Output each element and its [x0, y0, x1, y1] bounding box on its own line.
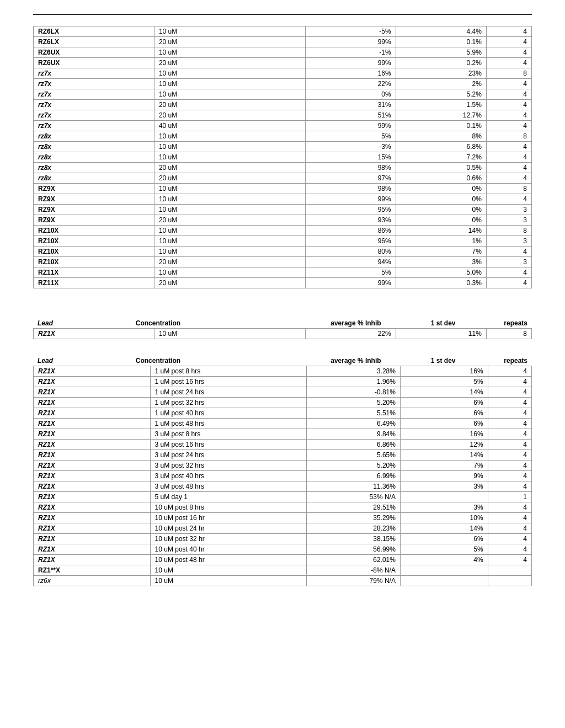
lead-cell: rz6x [34, 576, 151, 586]
conc-cell: 10 uM [154, 47, 305, 58]
table-row: RZ1X1 uM post 16 hrs1.96%5%4 [34, 377, 532, 387]
avg-cell: 3.28% [306, 366, 400, 377]
rep-cell: 4 [486, 121, 531, 131]
conc-cell: 10 uM post 16 hr [150, 513, 306, 523]
avg-cell: 53% N/A [306, 492, 400, 502]
table-row: RZ9X10 uM99%0%4 [34, 194, 532, 205]
rep-cell: 4 [488, 408, 531, 419]
conc-cell: 1 uM post 48 hrs [150, 419, 306, 429]
lead-cell: rz7x [34, 79, 154, 89]
avg-cell: 28.23% [306, 523, 400, 534]
rep-cell: 8 [486, 131, 531, 142]
lead-cell: RZ1X [34, 471, 151, 481]
avg-cell: 99% [305, 278, 396, 288]
conc-cell: 20 uM [154, 163, 305, 173]
avg-cell: 1.96% [306, 377, 400, 387]
dev-cell: 1.5% [396, 100, 486, 110]
avg-cell: 0% [305, 89, 396, 100]
dev-cell: 3% [396, 257, 486, 267]
avg-cell: 95% [305, 205, 396, 215]
lead-cell: RZ1X [34, 492, 151, 502]
dev-cell: 2% [396, 79, 486, 89]
avg-cell: 99% [305, 58, 396, 68]
dev-cell: 0.1% [396, 121, 486, 131]
table-row: RZ1X10 uM22%11%8 [34, 329, 532, 339]
conc-cell: 10 uM [154, 267, 305, 278]
col-header-lead: Lead [33, 356, 131, 366]
avg-cell: 99% [305, 37, 396, 47]
conc-cell: 10 uM [154, 247, 305, 257]
conc-cell: 10 uM post 24 hr [150, 523, 306, 534]
conc-cell: 20 uM [154, 173, 305, 184]
lead-cell: RZ1X [34, 387, 151, 398]
conc-cell: 10 uM post 8 hrs [150, 502, 306, 513]
conc-cell: 10 uM [150, 576, 306, 586]
rep-cell: 4 [488, 544, 531, 555]
rep-cell: 4 [486, 47, 531, 58]
col-header-rep: repeats [460, 356, 532, 366]
table-row: rz8x10 uM-3%6.8%4 [34, 142, 532, 152]
avg-cell: 31% [305, 100, 396, 110]
table-row: RZ1**X10 uM-8% N/A [34, 565, 532, 576]
conc-cell: 20 uM [154, 100, 305, 110]
conc-cell: 5 uM day 1 [150, 492, 306, 502]
conc-cell: 1 uM post 24 hrs [150, 387, 306, 398]
table-row: RZ10X20 uM94%3%3 [34, 257, 532, 267]
rep-cell: 3 [486, 236, 531, 247]
conc-cell: 3 uM post 24 hrs [150, 450, 306, 461]
table-row: rz8x20 uM97%0.6%4 [34, 173, 532, 184]
rep-cell: 4 [488, 440, 531, 450]
avg-cell: 5.20% [306, 461, 400, 471]
avg-cell: 86% [305, 226, 396, 236]
col-header-avg: average % Inhib [254, 318, 386, 328]
conc-cell: 10 uM [154, 194, 305, 205]
rep-cell: 4 [486, 278, 531, 288]
dev-cell: 0.1% [396, 37, 486, 47]
rep-cell: 4 [488, 555, 531, 565]
conc-cell: 10 uM [154, 26, 305, 37]
rep-cell: 4 [488, 377, 531, 387]
rep-cell: 4 [488, 513, 531, 523]
avg-cell: 98% [305, 163, 396, 173]
rep-cell: 4 [488, 398, 531, 408]
lead-cell: RZ6UX [34, 58, 154, 68]
lead-cell: RZ1X [34, 523, 151, 534]
avg-cell: 22% [305, 79, 396, 89]
rep-cell: 4 [488, 523, 531, 534]
table-row: RZ9X20 uM93%0%3 [34, 215, 532, 226]
lead-cell: RZ11X [34, 267, 154, 278]
avg-cell: -5% [305, 26, 396, 37]
lead-cell: RZ1X [34, 481, 151, 492]
dev-cell: 8% [396, 131, 486, 142]
table3-container: LeadConcentrationaverage % Inhib1 st dev… [33, 356, 532, 586]
dev-cell: 0% [396, 215, 486, 226]
table-row: RZ10X10 uM86%14%8 [34, 226, 532, 236]
table-row: RZ1X3 uM post 8 hrs9.84%16%4 [34, 429, 532, 440]
lead-cell: RZ1X [34, 366, 151, 377]
rep-cell: 4 [488, 461, 531, 471]
conc-cell: 3 uM post 16 hrs [150, 440, 306, 450]
conc-cell: 10 uM [154, 152, 305, 163]
avg-cell: 6.99% [306, 471, 400, 481]
col-header-dev: 1 st dev [386, 356, 460, 366]
table-row: rz8x10 uM15%7.2%4 [34, 152, 532, 163]
lead-cell: RZ1X [34, 502, 151, 513]
table1-container: RZ6LX10 uM-5%4.4%4RZ6LX20 uM99%0.1%4RZ6U… [33, 26, 532, 288]
rep-cell: 4 [486, 110, 531, 121]
rep-cell: 8 [486, 68, 531, 79]
conc-cell: 10 uM [154, 226, 305, 236]
table-row: RZ1X10 uM post 40 hr56.99%5%4 [34, 544, 532, 555]
dev-cell: 0.2% [396, 58, 486, 68]
rep-cell: 4 [488, 471, 531, 481]
avg-cell: 62.01% [306, 555, 400, 565]
conc-cell: 10 uM post 32 hr [150, 534, 306, 544]
rep-cell: 4 [488, 534, 531, 544]
avg-cell: 5.65% [306, 450, 400, 461]
conc-cell: 10 uM [150, 565, 306, 576]
dev-cell: 1% [396, 236, 486, 247]
lead-cell: RZ6LX [34, 37, 154, 47]
table-row: RZ1X10 uM post 24 hr28.23%14%4 [34, 523, 532, 534]
lead-cell: rz8x [34, 163, 154, 173]
dev-cell: 5.2% [396, 89, 486, 100]
dev-cell: 3% [400, 502, 488, 513]
